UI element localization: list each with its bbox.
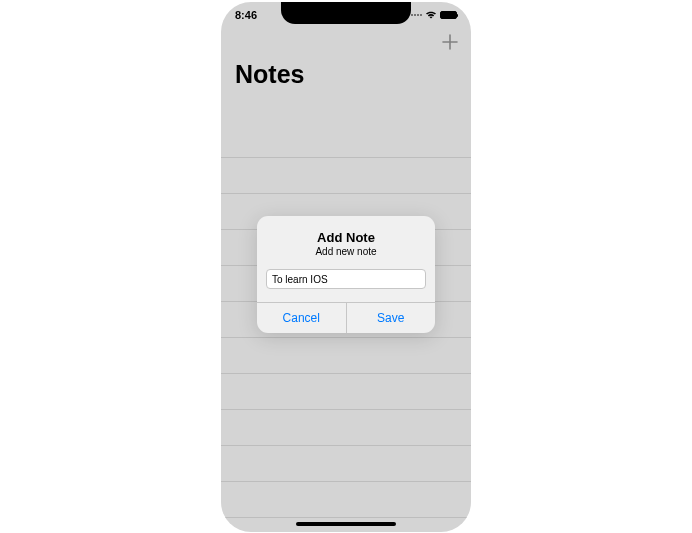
status-time: 8:46 xyxy=(235,9,257,21)
save-button[interactable]: Save xyxy=(346,303,436,333)
wifi-icon xyxy=(425,10,437,19)
page-title: Notes xyxy=(235,60,304,89)
note-text-input[interactable] xyxy=(266,269,426,289)
add-note-button[interactable] xyxy=(441,33,459,51)
home-indicator[interactable] xyxy=(296,522,396,526)
cancel-button[interactable]: Cancel xyxy=(257,303,346,333)
phone-frame: 8:46 Notes Add Note Add xyxy=(221,2,471,532)
device-notch xyxy=(281,2,411,24)
add-note-alert: Add Note Add new note Cancel Save xyxy=(257,216,435,334)
battery-icon xyxy=(440,11,457,19)
navigation-bar xyxy=(221,24,471,60)
status-indicators xyxy=(411,10,457,19)
alert-header: Add Note Add new note xyxy=(257,216,435,261)
cellular-signal-icon xyxy=(411,14,422,16)
alert-buttons: Cancel Save xyxy=(257,302,435,333)
alert-input-container xyxy=(257,261,435,303)
alert-subtitle: Add new note xyxy=(267,246,425,257)
alert-title: Add Note xyxy=(267,230,425,245)
